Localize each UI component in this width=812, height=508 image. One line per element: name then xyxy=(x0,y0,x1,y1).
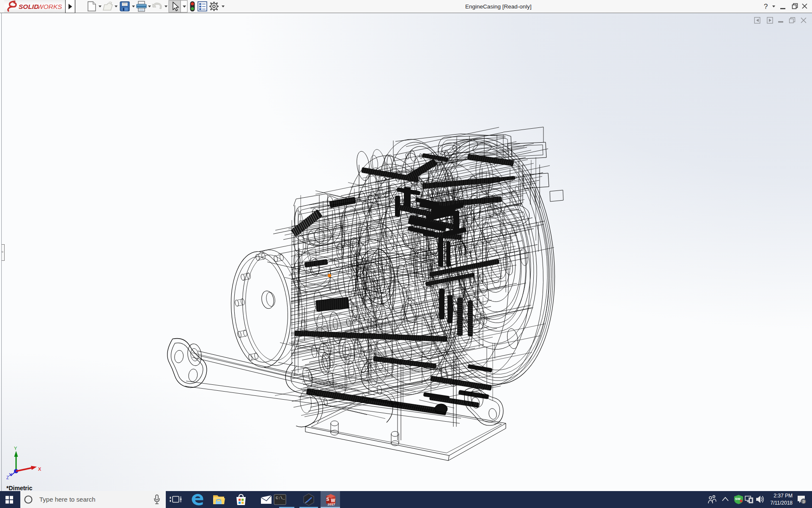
svg-text:Y: Y xyxy=(14,446,17,451)
svg-text:SW: SW xyxy=(735,497,741,501)
svg-text:3: 3 xyxy=(803,500,805,504)
svg-text:S: S xyxy=(326,497,329,502)
svg-text:X: X xyxy=(38,467,41,472)
svg-text:C:\_: C:\_ xyxy=(276,496,285,500)
svg-text:2017: 2017 xyxy=(328,502,335,506)
svg-text:?: ? xyxy=(764,3,768,11)
svg-text:Z: Z xyxy=(6,475,9,479)
